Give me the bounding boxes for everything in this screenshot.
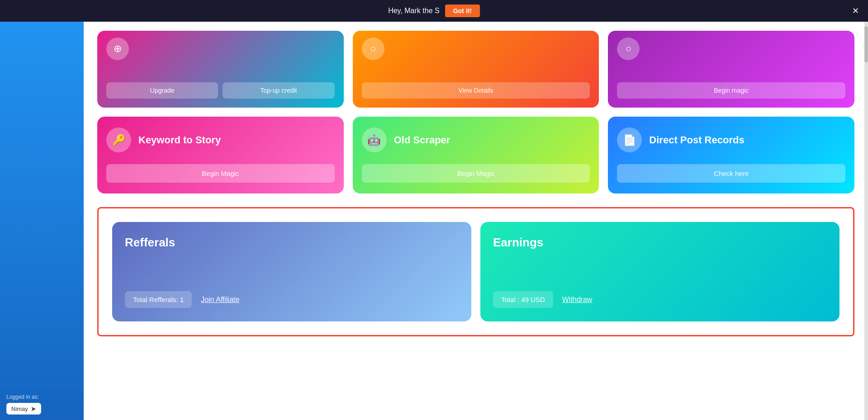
keyword-begin-magic-button[interactable]: Begin Magic: [106, 164, 335, 183]
keyword-to-story-card: 🔑 Keyword to Story Begin Magic: [97, 117, 344, 193]
user-name: Nimay: [11, 406, 28, 412]
keyword-icon: 🔑: [106, 127, 131, 152]
middle-cards-row: 🔑 Keyword to Story Begin Magic 🤖 Old Scr…: [97, 117, 854, 193]
old-scraper-header: 🤖 Old Scraper: [362, 127, 590, 152]
join-affiliate-link[interactable]: Join Affiliate: [201, 296, 239, 304]
got-it-button[interactable]: Got it!: [445, 5, 480, 17]
earnings-title: Earnings: [493, 236, 827, 250]
main-content: ⊕ Upgrade Top-up credit ○ View Details ○…: [84, 0, 868, 420]
notification-bar: Hey, Mark the S Got it! ✕: [0, 0, 868, 22]
top-card-2: ○ View Details: [353, 31, 599, 108]
referrals-card: Refferals Total Refferals: 1 Join Affili…: [112, 222, 471, 321]
earnings-footer: Total : 49 USD Withdraw: [493, 291, 827, 308]
scroll-thumb[interactable]: [864, 26, 868, 62]
user-badge[interactable]: Nimay ➤: [6, 403, 41, 415]
topup-credit-button[interactable]: Top-up credit: [223, 82, 334, 99]
top-card-1-buttons: Upgrade Top-up credit: [106, 82, 335, 99]
keyword-to-story-title: Keyword to Story: [138, 134, 221, 146]
close-notification-button[interactable]: ✕: [852, 6, 859, 16]
referrals-title: Refferals: [125, 236, 459, 250]
notification-text: Hey, Mark the S: [388, 7, 440, 15]
top-card-3-buttons: Begin magic: [617, 82, 845, 99]
scrollbar[interactable]: [864, 22, 868, 420]
old-scraper-title: Old Scraper: [394, 134, 451, 146]
total-referrals-stat: Total Refferals: 1: [125, 291, 192, 308]
withdraw-link[interactable]: Withdraw: [562, 296, 593, 304]
sidebar-footer: Logged in as: Nimay ➤: [0, 388, 84, 420]
top-card-1: ⊕ Upgrade Top-up credit: [97, 31, 344, 108]
direct-post-icon: 📄: [617, 127, 642, 152]
scraper-icon: 🤖: [362, 127, 387, 152]
logged-in-label: Logged in as:: [6, 394, 77, 400]
direct-post-check-button[interactable]: Check here: [617, 164, 845, 183]
total-referrals-value: 1: [180, 296, 184, 303]
top-card-2-icon: ○: [362, 38, 384, 60]
top-card-1-icon: ⊕: [106, 38, 129, 60]
bottom-cards-row: Refferals Total Refferals: 1 Join Affili…: [112, 222, 840, 321]
total-earnings-stat: Total : 49 USD: [493, 291, 553, 308]
view-details-button[interactable]: View Details: [362, 82, 590, 99]
begin-magic-top-button[interactable]: Begin magic: [617, 82, 845, 99]
referrals-footer: Total Refferals: 1 Join Affiliate: [125, 291, 459, 308]
upgrade-button[interactable]: Upgrade: [106, 82, 218, 99]
total-referrals-label: Total Refferals:: [133, 296, 178, 303]
keyword-to-story-header: 🔑 Keyword to Story: [106, 127, 335, 152]
user-arrow-icon: ➤: [31, 405, 36, 412]
top-cards-row: ⊕ Upgrade Top-up credit ○ View Details ○…: [97, 31, 854, 108]
earnings-card: Earnings Total : 49 USD Withdraw: [480, 222, 840, 321]
bottom-section: Refferals Total Refferals: 1 Join Affili…: [97, 207, 854, 336]
top-card-3-icon: ○: [617, 38, 640, 60]
direct-post-records-card: 📄 Direct Post Records Check here: [608, 117, 854, 193]
sidebar: Logged in as: Nimay ➤: [0, 0, 84, 420]
top-card-3: ○ Begin magic: [608, 31, 854, 108]
direct-post-records-title: Direct Post Records: [649, 134, 744, 146]
direct-post-records-header: 📄 Direct Post Records: [617, 127, 845, 152]
old-scraper-card: 🤖 Old Scraper Begin Magic: [353, 117, 599, 193]
scraper-begin-magic-button[interactable]: Begin Magic: [362, 164, 590, 183]
content-area: ⊕ Upgrade Top-up credit ○ View Details ○…: [84, 22, 868, 345]
top-card-2-buttons: View Details: [362, 82, 590, 99]
